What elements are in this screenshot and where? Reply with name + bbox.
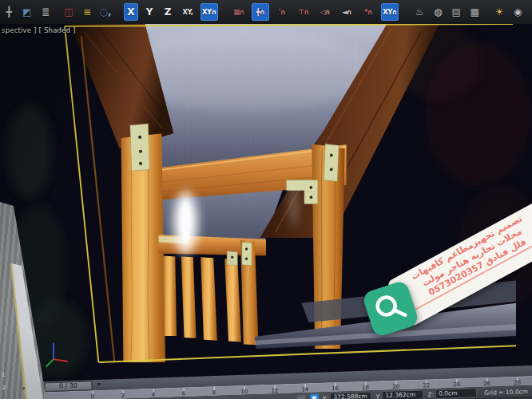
- coordinate-label: X:: [323, 394, 329, 399]
- snap-xy-button[interactable]: XY∩: [200, 3, 218, 21]
- scroll-down-icon[interactable]: ▾: [22, 385, 26, 392]
- tick-label: 18: [351, 385, 381, 391]
- listener-line-number: 2: [2, 385, 6, 391]
- next-frame-arrow[interactable]: ►: [97, 381, 102, 387]
- snap-xy2-button[interactable]: XY∩: [381, 3, 399, 21]
- absolute-mode-icon[interactable]: ▣: [310, 394, 319, 399]
- track-bar-tick: 4: [138, 389, 169, 398]
- listener-line-number: 1: [2, 372, 5, 378]
- tick-label: 24: [442, 381, 472, 388]
- track-bar-tick: 14: [290, 384, 320, 393]
- snap-pivot-button[interactable]: ╋∩: [252, 3, 269, 21]
- light-icon[interactable]: ☀: [492, 3, 506, 21]
- track-bar-tick: 22: [411, 380, 441, 389]
- main-toolbar: ╋◩≣◫≡◌,XYZXY,XY∩▦∩╋∩'∩⊤∩◁∩◄∩*∩XY∩♨◍▤▦☀◉☽…: [0, 0, 532, 24]
- track-bar-tick: 10: [229, 385, 260, 395]
- track-bar-tick: 2: [108, 389, 138, 399]
- track-bar-tick: 6: [169, 388, 199, 397]
- tick-label: 14: [290, 387, 320, 393]
- track-bar-tick: 20: [381, 381, 411, 390]
- track-bar-tick: 8: [199, 387, 229, 397]
- snap-spinner-icon[interactable]: *∩: [359, 3, 377, 21]
- grid-size-label: Grid = 10.0cm: [484, 388, 528, 397]
- tick-label: 22: [411, 383, 442, 389]
- curve-editor-icon[interactable]: ▤: [449, 3, 463, 21]
- axis-z-button[interactable]: Z: [161, 3, 175, 21]
- watermark: تصميم تجهيزمطاعم كافيهاتمحلات تجاريه هنا…: [359, 215, 532, 367]
- tick-label: 8: [199, 390, 229, 397]
- tick-label: 6: [169, 391, 199, 397]
- tick-label: 16: [320, 385, 351, 392]
- track-bar-tick: 16: [320, 382, 351, 392]
- tick-label: 2: [108, 393, 138, 399]
- tick-label: 26: [472, 381, 502, 387]
- align-icon[interactable]: ≡: [80, 3, 94, 21]
- tick-label: 10: [229, 389, 260, 395]
- snap-grid-icon[interactable]: ▦∩: [230, 3, 248, 21]
- tick-label: 20: [381, 384, 411, 390]
- coordinate-label: Y:: [375, 393, 380, 399]
- select-by-name-icon[interactable]: ≣: [38, 3, 53, 21]
- track-bar-tick: 24: [441, 378, 471, 388]
- selection-lock-icon[interactable]: ▫: [297, 394, 306, 399]
- snap-angle-icon[interactable]: ◁∩: [316, 3, 334, 21]
- coordinate-input[interactable]: 0.0cm: [435, 388, 477, 399]
- coordinate-field: Y: 12.362cm: [375, 389, 423, 399]
- tick-label: 28: [502, 380, 532, 386]
- coordinate-input[interactable]: 12.362cm: [382, 389, 423, 399]
- coordinate-field: Z: 0.0cm: [427, 388, 477, 399]
- axis-y-button[interactable]: Y: [142, 3, 157, 21]
- track-bar-tick: 0: [77, 391, 108, 399]
- select-object-icon[interactable]: ◩: [20, 3, 34, 21]
- coordinate-field: X: 372.588cm: [323, 392, 372, 399]
- render-setup-icon[interactable]: ♨: [412, 3, 427, 21]
- mirror-icon[interactable]: ◫: [62, 3, 76, 21]
- snap-toggle-icon[interactable]: '∩: [273, 3, 291, 21]
- named-selection-icon[interactable]: ◌,: [98, 3, 113, 21]
- display-icon[interactable]: ☽: [529, 3, 532, 21]
- tick-label: 0: [77, 394, 108, 399]
- coordinate-label: Z:: [427, 391, 434, 398]
- track-bar-tick: 18: [351, 381, 381, 391]
- axis-x-button[interactable]: X: [124, 3, 138, 21]
- schematic-view-icon[interactable]: ▦: [467, 3, 482, 21]
- axis-xy-button[interactable]: XY,: [179, 3, 197, 21]
- tick-label: 4: [138, 392, 169, 398]
- track-bar-tick: 26: [471, 377, 502, 387]
- material-editor-icon[interactable]: ◍: [431, 3, 445, 21]
- snap-percent-icon[interactable]: ◄∩: [338, 3, 355, 21]
- track-bar-tick: 28: [502, 377, 532, 386]
- camera-icon[interactable]: ◉: [510, 3, 525, 21]
- time-slider-button[interactable]: 0 / 30: [44, 381, 92, 392]
- coordinate-input[interactable]: 372.588cm: [330, 392, 371, 399]
- track-bar-tick: 12: [260, 385, 290, 394]
- select-and-move-icon[interactable]: ╋: [2, 3, 16, 21]
- snap-toggle2-icon[interactable]: ⊤∩: [295, 3, 312, 21]
- tick-label: 12: [260, 388, 290, 394]
- viewport-label: spective ] [ Shaded ]: [2, 26, 76, 34]
